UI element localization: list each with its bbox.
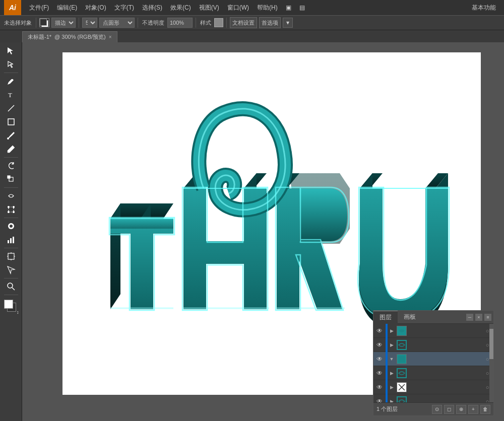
selection-tool[interactable] xyxy=(2,44,20,57)
layers-tab[interactable]: 图层 xyxy=(373,311,398,324)
svg-point-9 xyxy=(8,212,9,213)
locate-layer-button[interactable]: ⊙ xyxy=(432,405,442,414)
layer-count-label: 1 个图层 xyxy=(376,405,398,413)
toolbar-separator-1 xyxy=(36,18,36,28)
layer-visibility-toggle[interactable]: 👁 xyxy=(373,324,386,338)
rectangle-tool[interactable] xyxy=(2,115,20,128)
layer-visibility-toggle[interactable]: 👁 xyxy=(373,380,386,394)
svg-rect-5 xyxy=(8,176,10,178)
style-swatch[interactable] xyxy=(214,18,223,27)
svg-rect-23 xyxy=(398,356,405,363)
layer-thumbnail xyxy=(397,368,407,378)
menu-bar: Ai 文件(F) 编辑(E) 对象(O) 文字(T) 选择(S) 效果(C) 视… xyxy=(0,0,504,15)
panel-menu-button[interactable]: ≡ xyxy=(484,314,491,321)
layers-scrollbar-thumb[interactable] xyxy=(489,329,493,359)
menu-text[interactable]: 文字(T) xyxy=(110,0,138,15)
tab-close-button[interactable]: × xyxy=(109,34,112,40)
svg-point-3 xyxy=(7,137,9,139)
layer-visibility-toggle[interactable]: 👁 xyxy=(373,352,386,366)
left-toolbar: T xyxy=(0,42,22,421)
tool-separator-6 xyxy=(4,278,18,278)
tab-title: 未标题-1* xyxy=(28,33,51,41)
svg-point-12 xyxy=(10,225,13,228)
layer-expand-btn[interactable]: ▶ xyxy=(388,399,396,403)
preferences-button[interactable]: 首选项 xyxy=(259,17,281,28)
new-sublayer-button[interactable]: ⊕ xyxy=(456,405,466,414)
delete-layer-button[interactable]: 🗑 xyxy=(480,405,490,414)
menu-file[interactable]: 文件(F) xyxy=(25,0,53,15)
layer-row[interactable]: 👁 ▶ ○ xyxy=(373,338,493,352)
layer-expand-btn[interactable]: ▶ xyxy=(388,371,396,376)
zoom-tool[interactable] xyxy=(2,280,20,293)
type-tool[interactable]: T xyxy=(2,88,20,101)
slice-tool[interactable] xyxy=(2,263,20,276)
menu-select[interactable]: 选择(S) xyxy=(138,0,166,15)
free-transform-tool[interactable] xyxy=(2,203,20,216)
svg-rect-13 xyxy=(8,240,9,243)
direct-selection-tool[interactable] xyxy=(2,58,20,71)
layer-expand-btn[interactable]: ▶ xyxy=(388,328,396,333)
panel-controls: ─ × ≡ xyxy=(466,314,493,321)
menu-edit[interactable]: 编辑(E) xyxy=(53,0,81,15)
layers-scrollbar[interactable] xyxy=(489,324,493,402)
layer-expand-btn[interactable]: ▼ xyxy=(388,357,396,362)
layer-thumbnail xyxy=(397,382,407,392)
scale-tool[interactable] xyxy=(2,173,20,186)
layer-visibility-toggle[interactable]: 👁 xyxy=(373,366,386,380)
brush-select[interactable]: 5 xyxy=(82,18,97,28)
layer-visibility-toggle[interactable]: 👁 xyxy=(373,338,386,352)
thru-artwork xyxy=(47,62,425,375)
pen-tool[interactable] xyxy=(2,75,20,88)
document-tab[interactable]: 未标题-1* @ 300% (RGB/预览) × xyxy=(22,31,117,42)
menu-effect[interactable]: 效果(C) xyxy=(166,0,195,15)
opacity-input[interactable] xyxy=(167,18,193,28)
layer-row[interactable]: 👁 ▼ ○ xyxy=(373,352,493,366)
paintbrush-tool[interactable] xyxy=(2,129,20,142)
panel-close-button[interactable]: × xyxy=(475,314,482,321)
svg-rect-16 xyxy=(8,253,14,259)
toolbar-separator-2 xyxy=(79,18,79,28)
menu-object[interactable]: 对象(O) xyxy=(81,0,110,15)
artboards-tab[interactable]: 画板 xyxy=(398,311,422,324)
layer-row[interactable]: 👁 ▶ ○ xyxy=(373,380,493,394)
menu-icon2[interactable]: ▤ xyxy=(295,0,309,15)
brush-shape-select[interactable]: 点圆形 xyxy=(99,18,135,28)
doc-settings-button[interactable]: 文档设置 xyxy=(230,17,257,28)
options-toolbar: 未选择对象 描边 5 点圆形 不透明度 样式 文档设置 首选项 ▾ xyxy=(0,15,504,30)
menu-window[interactable]: 窗口(W) xyxy=(223,0,253,15)
pencil-tool[interactable] xyxy=(2,143,20,156)
layer-visibility-toggle[interactable]: 👁 xyxy=(373,394,386,403)
line-tool[interactable] xyxy=(2,102,20,115)
new-layer-button[interactable]: + xyxy=(468,405,478,414)
svg-rect-15 xyxy=(13,237,14,243)
stroke-color-swatch[interactable] xyxy=(39,18,49,27)
column-graph-tool[interactable] xyxy=(2,233,20,246)
color-swatches[interactable]: ↕ xyxy=(2,299,20,315)
menu-icon1[interactable]: ▣ xyxy=(282,0,295,15)
layer-thumbnail xyxy=(397,354,407,364)
tab-bar: 未标题-1* @ 300% (RGB/预览) × xyxy=(0,30,504,42)
toolbar-more-button[interactable]: ▾ xyxy=(283,18,293,28)
panel-minimize-button[interactable]: ─ xyxy=(466,314,473,321)
layer-row[interactable]: 👁 ▶ ○ xyxy=(373,366,493,380)
menu-view[interactable]: 视图(V) xyxy=(195,0,223,15)
svg-rect-14 xyxy=(10,238,12,243)
toolbar-separator-4 xyxy=(196,18,196,28)
stroke-width-select[interactable]: 描边 xyxy=(51,18,76,28)
layer-expand-btn[interactable]: ▶ xyxy=(388,342,396,347)
layers-list[interactable]: 👁 ▶ ○ 👁 ▶ ○ xyxy=(373,324,493,402)
artboard-tool[interactable] xyxy=(2,250,20,263)
layer-row[interactable]: 👁 ▶ ○ xyxy=(373,394,493,402)
menu-help[interactable]: 帮助(H) xyxy=(253,0,282,15)
workspace-label[interactable]: 基本功能 xyxy=(468,0,500,15)
svg-point-21 xyxy=(8,283,13,288)
layer-row[interactable]: 👁 ▶ ○ xyxy=(373,324,493,338)
warp-tool[interactable] xyxy=(2,189,20,202)
tool-separator-2 xyxy=(4,157,18,158)
layer-expand-btn[interactable]: ▶ xyxy=(388,385,396,390)
rotate-tool[interactable] xyxy=(2,159,20,172)
layers-panel: 图层 画板 ─ × ≡ 👁 ▶ ○ xyxy=(373,310,494,416)
tool-separator-5 xyxy=(4,248,18,248)
symbol-tool[interactable] xyxy=(2,220,20,233)
make-clip-mask-button[interactable]: ◻ xyxy=(444,405,454,414)
